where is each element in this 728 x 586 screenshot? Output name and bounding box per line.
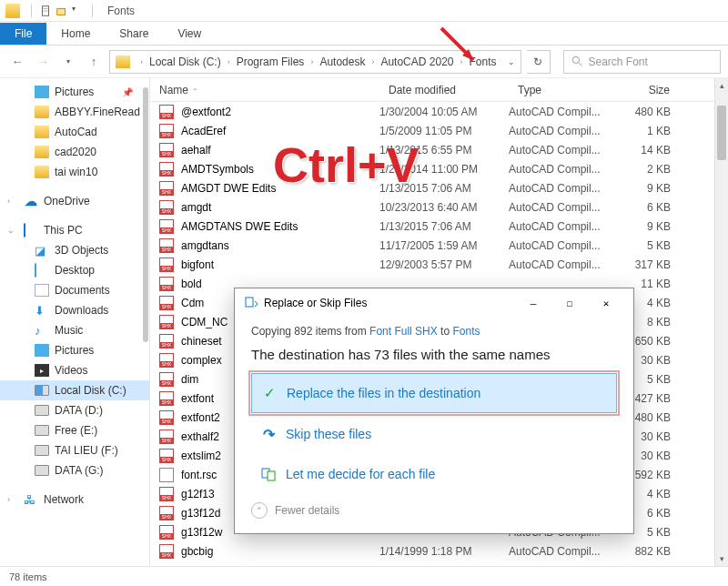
file-row[interactable]: amgdt10/23/2013 6:40 AMAutoCAD Compil...… bbox=[150, 197, 728, 217]
divider bbox=[92, 5, 93, 17]
file-date: 1/13/2015 7:06 AM bbox=[379, 220, 509, 233]
file-row[interactable]: AMGDT DWE Edits1/13/2015 7:06 AMAutoCAD … bbox=[150, 178, 728, 197]
file-date: 1/13/2015 6:55 PM bbox=[379, 144, 509, 157]
dialog-dest-link[interactable]: Fonts bbox=[452, 325, 480, 338]
file-row[interactable]: amgdtans11/17/2005 1:59 AMAutoCAD Compil… bbox=[150, 236, 728, 255]
sidebar-item-3dobjects[interactable]: ◪3D Objects bbox=[0, 240, 149, 260]
expand-icon[interactable]: › bbox=[7, 495, 10, 504]
file-date: 1/30/2004 10:05 AM bbox=[379, 106, 509, 118]
sidebar-item-pictures-qa[interactable]: Pictures📌 bbox=[0, 82, 149, 102]
sidebar-item-taiwin10[interactable]: tai win10 bbox=[0, 162, 149, 182]
file-type: AutoCAD Compil... bbox=[509, 106, 616, 118]
file-icon bbox=[159, 162, 174, 177]
file-row[interactable]: aehalf1/13/2015 6:55 PMAutoCAD Compil...… bbox=[150, 140, 728, 159]
close-button[interactable]: ✕ bbox=[588, 288, 624, 318]
dialog-titlebar: Replace or Skip Files — ☐ ✕ bbox=[235, 288, 633, 318]
scroll-thumb[interactable] bbox=[717, 106, 726, 160]
tab-file[interactable]: File bbox=[0, 23, 46, 45]
sidebar-item-tailieu-f[interactable]: TAI LIEU (F:) bbox=[0, 440, 149, 460]
sidebar-item-onedrive[interactable]: ›☁OneDrive bbox=[0, 191, 149, 211]
crumb-2[interactable]: Autodesk bbox=[318, 56, 367, 68]
pictures-icon bbox=[35, 86, 49, 98]
file-row[interactable]: bigfont12/9/2003 5:57 PMAutoCAD Compil..… bbox=[150, 255, 728, 274]
search-input[interactable]: Search Font bbox=[563, 50, 722, 74]
sidebar-item-label: AutoCad bbox=[55, 126, 97, 138]
option-label: Let me decide for each file bbox=[286, 467, 435, 481]
nav-back[interactable]: ← bbox=[7, 52, 27, 72]
qat-properties-icon[interactable] bbox=[39, 5, 52, 17]
sidebar-item-downloads[interactable]: ⬇Downloads bbox=[0, 300, 149, 320]
qat-dropdown-icon[interactable]: ▾ bbox=[72, 5, 85, 17]
sidebar-item-data-g[interactable]: DATA (G:) bbox=[0, 460, 149, 480]
nav-forward[interactable]: → bbox=[33, 52, 53, 72]
file-icon bbox=[159, 238, 174, 253]
minimize-button[interactable]: — bbox=[515, 288, 551, 318]
sidebar-item-label: Documents bbox=[55, 284, 110, 297]
file-row[interactable]: gbcbig1/14/1999 1:18 PMAutoCAD Compil...… bbox=[150, 541, 728, 561]
file-type: AutoCAD Compil... bbox=[509, 545, 616, 558]
option-decide[interactable]: Let me decide for each file bbox=[251, 455, 617, 493]
sidebar-item-free-e[interactable]: Free (E:) bbox=[0, 420, 149, 440]
crumb-0[interactable]: Local Disk (C:) bbox=[147, 56, 223, 68]
sidebar-item-desktop[interactable]: Desktop bbox=[0, 260, 149, 280]
chevron-up-icon: ⌃ bbox=[251, 502, 268, 519]
file-size: 882 KB bbox=[616, 545, 680, 558]
file-row[interactable]: AcadEref1/5/2009 11:05 PMAutoCAD Compil.… bbox=[150, 121, 728, 140]
column-name[interactable]: Name⌃ bbox=[150, 84, 379, 96]
dialog-source-link[interactable]: Font Full SHX bbox=[369, 325, 438, 338]
sidebar-item-network[interactable]: ›🖧Network bbox=[0, 490, 149, 510]
title-bar: ▾ Fonts bbox=[0, 0, 728, 22]
crumb-1[interactable]: Program Files bbox=[235, 56, 307, 68]
fewer-details-button[interactable]: ⌃ Fewer details bbox=[251, 502, 617, 519]
chevron-right-icon[interactable]: › bbox=[223, 57, 235, 66]
sidebar-item-localdisk-c[interactable]: Local Disk (C:) bbox=[0, 380, 149, 400]
file-row[interactable]: @extfont21/30/2004 10:05 AMAutoCAD Compi… bbox=[150, 102, 728, 121]
nav-up[interactable]: ↑ bbox=[84, 52, 104, 72]
maximize-button[interactable]: ☐ bbox=[551, 288, 588, 318]
sidebar-scrollbar[interactable] bbox=[143, 87, 148, 342]
dialog-message: The destination has 73 files with the sa… bbox=[251, 347, 617, 362]
tab-share[interactable]: Share bbox=[105, 23, 163, 45]
sidebar-item-videos[interactable]: ▸Videos bbox=[0, 360, 149, 380]
sidebar-item-data-d[interactable]: DATA (D:) bbox=[0, 400, 149, 420]
file-name: AMGDT DWE Edits bbox=[181, 182, 379, 195]
crumb-4[interactable]: Fonts bbox=[467, 56, 498, 68]
nav-recent-dropdown[interactable]: ▾ bbox=[58, 52, 78, 72]
address-bar[interactable]: › Local Disk (C:) › Program Files › Auto… bbox=[109, 50, 521, 74]
crumb-3[interactable]: AutoCAD 2020 bbox=[379, 56, 455, 68]
sidebar-item-autocad[interactable]: AutoCad bbox=[0, 122, 149, 142]
file-size: 1 KB bbox=[616, 125, 680, 137]
sidebar-item-abbyy[interactable]: ABBYY.FineRead bbox=[0, 102, 149, 122]
scroll-down-icon[interactable]: ▾ bbox=[715, 551, 728, 566]
chevron-right-icon[interactable]: › bbox=[136, 57, 147, 66]
column-date[interactable]: Date modified bbox=[379, 84, 509, 96]
qat-new-folder-icon[interactable] bbox=[56, 5, 68, 17]
file-date: 1/5/2009 11:05 PM bbox=[379, 125, 509, 137]
file-icon bbox=[159, 372, 174, 387]
sidebar-item-label: OneDrive bbox=[44, 195, 90, 207]
tab-view[interactable]: View bbox=[163, 23, 216, 45]
column-type[interactable]: Type bbox=[509, 84, 616, 96]
collapse-icon[interactable]: ⌄ bbox=[7, 226, 15, 235]
refresh-button[interactable]: ↻ bbox=[527, 50, 551, 74]
chevron-right-icon[interactable]: › bbox=[367, 57, 379, 66]
chevron-right-icon[interactable]: › bbox=[455, 57, 467, 66]
folder-icon bbox=[35, 106, 49, 118]
sidebar-item-documents[interactable]: Documents bbox=[0, 280, 149, 300]
column-size[interactable]: Size bbox=[616, 84, 689, 96]
file-row[interactable]: AMDTSymbols1/29/2014 11:00 PMAutoCAD Com… bbox=[150, 159, 728, 178]
sidebar-item-cad2020[interactable]: cad2020 bbox=[0, 142, 149, 162]
tab-home[interactable]: Home bbox=[46, 23, 105, 45]
scroll-up-icon[interactable]: ▴ bbox=[715, 78, 728, 93]
option-skip[interactable]: ↷ Skip these files bbox=[251, 415, 617, 453]
file-row[interactable]: AMGDTANS DWE Edits1/13/2015 7:06 AMAutoC… bbox=[150, 217, 728, 236]
sidebar-item-music[interactable]: ♪Music bbox=[0, 320, 149, 340]
address-dropdown-icon[interactable]: ⌄ bbox=[508, 57, 515, 66]
content-scrollbar[interactable]: ▴ ▾ bbox=[714, 78, 728, 566]
sidebar-item-thispc[interactable]: ⌄This PC bbox=[0, 220, 149, 240]
option-replace[interactable]: ✓ Replace the files in the destination bbox=[251, 373, 617, 413]
expand-icon[interactable]: › bbox=[7, 197, 10, 206]
chevron-right-icon[interactable]: › bbox=[306, 57, 318, 66]
file-type: AutoCAD Compil... bbox=[509, 258, 616, 271]
sidebar-item-pictures[interactable]: Pictures bbox=[0, 340, 149, 360]
